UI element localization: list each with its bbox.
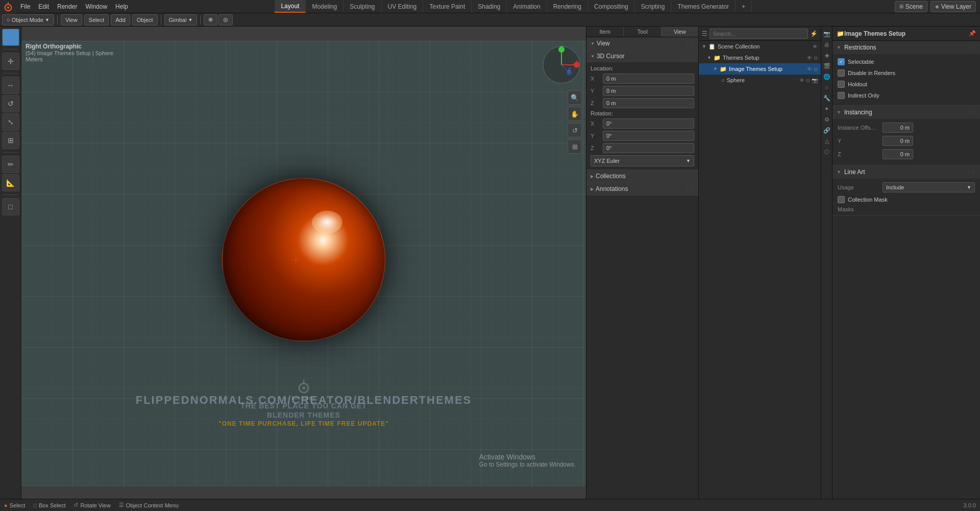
workspace-uv-editing[interactable]: UV Editing: [382, 0, 424, 13]
instance-offset-z-field[interactable]: 0 m: [883, 149, 913, 159]
outliner-item-scene-collection[interactable]: ▼ 📋 Scene Collection 👁: [699, 41, 821, 52]
scene-collection-vis-icon[interactable]: 👁: [813, 44, 818, 50]
prop-tab-output[interactable]: 🖨: [822, 39, 832, 50]
workspace-sculpting[interactable]: Sculpting: [344, 0, 381, 13]
object-menu[interactable]: Object: [132, 14, 158, 26]
indirect-only-checkbox[interactable]: [838, 92, 845, 99]
n-tab-item[interactable]: Item: [586, 27, 624, 37]
collection-mask-checkbox[interactable]: [838, 196, 845, 203]
annotations-header[interactable]: ▶ Annotations ⋮⋮: [586, 183, 698, 195]
holdout-checkbox[interactable]: [838, 81, 845, 88]
workspace-shading[interactable]: Shading: [472, 0, 507, 13]
n-tab-tool[interactable]: Tool: [624, 27, 661, 37]
pan-btn[interactable]: ✋: [568, 107, 582, 121]
disable-renders-checkbox[interactable]: [838, 69, 845, 77]
gimbal-selector[interactable]: Gimbal ▼: [164, 14, 198, 26]
prop-tab-world[interactable]: 🌐: [822, 71, 832, 82]
render-menu[interactable]: Render: [53, 0, 81, 13]
orbit-btn[interactable]: ↺: [568, 123, 582, 137]
workspace-modeling[interactable]: Modeling: [306, 0, 344, 13]
prop-tab-scene[interactable]: 🎬: [822, 61, 832, 71]
sphere-render-icon[interactable]: 📷: [812, 78, 818, 83]
prop-tab-particles[interactable]: ✦: [822, 104, 832, 114]
rotate-tool-btn[interactable]: ↺: [2, 95, 19, 112]
select-menu[interactable]: Select: [84, 14, 109, 26]
prop-tab-material[interactable]: ⬡: [822, 147, 832, 157]
zoom-in-btn[interactable]: 🔍: [568, 90, 582, 105]
outliner-sync-icon[interactable]: ⚡: [810, 30, 818, 37]
prop-tab-modifier[interactable]: 🔧: [822, 93, 832, 103]
workspace-scripting[interactable]: Scripting: [635, 0, 672, 13]
image-themes-vis-icon[interactable]: 👁: [807, 66, 812, 72]
add-menu[interactable]: Add: [111, 14, 130, 26]
edit-menu[interactable]: Edit: [34, 0, 53, 13]
selectable-checkbox[interactable]: [838, 58, 845, 65]
instancing-header[interactable]: ▼ Instancing ⋮⋮: [832, 106, 980, 119]
image-themes-sel-icon[interactable]: ⊙: [814, 66, 818, 72]
rot-y-value[interactable]: 0°: [603, 131, 694, 141]
scene-collection-label: Scene Collection: [718, 43, 760, 50]
restrictions-header[interactable]: ▼ Restrictions ⋮⋮: [832, 41, 980, 54]
outliner-item-sphere[interactable]: ○ Sphere 👁 ⊙ 📷: [699, 75, 821, 86]
move-tool-btn[interactable]: ↔: [2, 77, 19, 94]
instance-offset-y-field[interactable]: 0 m: [883, 136, 913, 146]
outliner-item-themes-setup[interactable]: ▼ 📁 Themes Setup 👁 ⊙: [699, 52, 821, 63]
view-menu[interactable]: View: [61, 14, 82, 26]
prop-tab-view-layer[interactable]: ◈: [822, 50, 832, 60]
prop-tab-object[interactable]: ○: [822, 82, 832, 92]
outliner-filter-icon[interactable]: ☰: [702, 30, 707, 37]
blender-logo[interactable]: [0, 0, 16, 13]
prop-tab-data[interactable]: △: [822, 136, 832, 146]
rot-z-value[interactable]: 0°: [603, 143, 694, 153]
select-icon: ●: [4, 502, 8, 508]
cursor-tool-btn[interactable]: ✛: [2, 53, 19, 70]
viewport[interactable]: Right Orthographic (54) Image Themes Set…: [21, 27, 586, 499]
outliner-item-image-themes-setup[interactable]: ▼ 📁 Image Themes Setup 👁 ⊙: [699, 63, 821, 75]
rotation-mode-dropdown[interactable]: XYZ Euler ▼: [591, 155, 694, 166]
proportional-btn[interactable]: ◎: [218, 14, 233, 26]
workspace-rendering[interactable]: Rendering: [547, 0, 588, 13]
workspace-compositing[interactable]: Compositing: [588, 0, 635, 13]
workspace-animation[interactable]: Animation: [507, 0, 547, 13]
line-art-header[interactable]: ▼ Line Art ⋮⋮: [832, 165, 980, 179]
grid-btn[interactable]: ⊞: [568, 139, 582, 154]
workspace-layout[interactable]: Layout: [275, 0, 306, 13]
rot-x-value[interactable]: 0°: [603, 118, 694, 129]
scale-tool-btn[interactable]: ⤡: [2, 113, 19, 131]
select-tool-btn[interactable]: [2, 29, 19, 46]
transform-tool-btn[interactable]: ⊞: [2, 132, 19, 149]
sphere-sel-icon[interactable]: ⊙: [806, 78, 810, 83]
annotate-tool-btn[interactable]: ✏: [2, 156, 19, 173]
sphere-vis-icon[interactable]: 👁: [799, 78, 804, 83]
workspace-texture-paint[interactable]: Texture Paint: [423, 0, 472, 13]
viewport-title: Right Orthographic: [26, 43, 113, 50]
help-menu[interactable]: Help: [111, 0, 132, 13]
properties-pin-icon[interactable]: 📌: [969, 30, 976, 37]
view-layer-name[interactable]: View Layer: [941, 3, 971, 10]
workspace-add[interactable]: +: [736, 0, 752, 13]
instance-offset-x-field[interactable]: 0 m: [883, 123, 913, 133]
outliner-search[interactable]: [709, 29, 808, 39]
workspace-themes-generator[interactable]: Themes Generator: [671, 0, 736, 13]
loc-y-value[interactable]: 0 m: [603, 86, 694, 96]
prop-tab-constraints[interactable]: 🔗: [822, 125, 832, 135]
loc-x-value[interactable]: 0 m: [603, 74, 694, 84]
orbit-gizmo[interactable]: X Y Z: [541, 44, 582, 85]
scene-name[interactable]: Scene: [905, 3, 923, 10]
collections-header[interactable]: ▶ Collections ⋮⋮: [586, 170, 698, 182]
prop-tab-render[interactable]: 📷: [822, 29, 832, 39]
usage-dropdown[interactable]: Include ▼: [883, 182, 975, 192]
prop-tab-physics[interactable]: ⚙: [822, 114, 832, 125]
window-menu[interactable]: Window: [81, 0, 111, 13]
n-tab-view[interactable]: View: [662, 27, 698, 37]
themes-setup-vis-icon[interactable]: 👁: [807, 55, 812, 61]
cursor-section-header[interactable]: ▼ 3D Cursor ⋮⋮: [586, 50, 698, 62]
add-obj-btn[interactable]: □: [2, 198, 19, 215]
themes-setup-sel-icon[interactable]: ⊙: [814, 55, 818, 61]
object-mode-selector[interactable]: ○ Object Mode ▼: [2, 14, 54, 26]
loc-z-value[interactable]: 0 m: [603, 98, 694, 108]
snap-btn[interactable]: ⊕: [204, 14, 217, 26]
file-menu[interactable]: File: [16, 0, 34, 13]
view-section-header[interactable]: ▼ View ⋮⋮: [586, 37, 698, 50]
measure-tool-btn[interactable]: 📐: [2, 174, 19, 191]
